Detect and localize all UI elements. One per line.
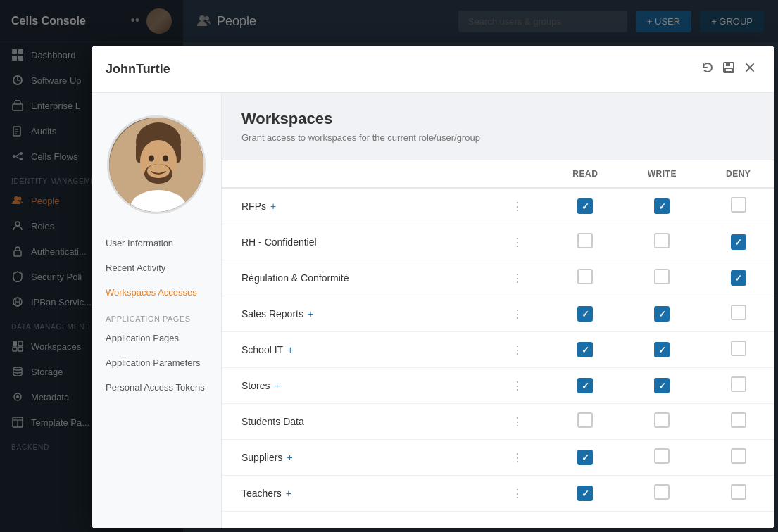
row-expand-icon[interactable]: + (287, 452, 292, 463)
checkbox-read-checked[interactable] (577, 306, 593, 322)
row-menu-icon[interactable]: ⋮ (508, 485, 527, 502)
row-menu-icon[interactable]: ⋮ (508, 413, 527, 431)
checkbox-read-checked[interactable] (577, 450, 593, 465)
checkbox-deny-unchecked[interactable] (731, 376, 746, 392)
checkbox-write-unchecked[interactable] (654, 484, 670, 500)
workspace-subtitle: Grant access to workspaces for the curre… (241, 132, 755, 143)
row-deny-cell[interactable] (702, 404, 774, 440)
checkbox-read-unchecked[interactable] (577, 269, 593, 284)
row-menu-cell[interactable]: ⋮ (487, 188, 549, 224)
checkbox-deny-unchecked[interactable] (731, 197, 746, 213)
row-deny-cell[interactable] (702, 260, 774, 296)
checkbox-write-unchecked[interactable] (654, 269, 670, 284)
checkbox-read-unchecked[interactable] (577, 233, 593, 248)
workspace-header: Workspaces Grant access to workspaces fo… (222, 93, 774, 160)
row-menu-cell[interactable]: ⋮ (487, 404, 549, 440)
nav-item-application-pages[interactable]: Application Pages (92, 326, 221, 350)
row-name: Suppliers + (241, 452, 482, 463)
checkbox-write-checked[interactable] (654, 378, 670, 393)
row-read-cell[interactable] (548, 368, 622, 404)
row-read-cell[interactable] (548, 476, 622, 512)
row-write-cell[interactable] (622, 404, 702, 440)
row-deny-cell[interactable] (702, 440, 774, 476)
row-menu-icon[interactable]: ⋮ (508, 377, 527, 395)
save-button[interactable] (718, 57, 739, 81)
row-expand-icon[interactable]: + (270, 201, 276, 212)
row-write-cell[interactable] (622, 260, 702, 296)
row-write-cell[interactable] (622, 296, 702, 332)
checkbox-deny-unchecked[interactable] (731, 484, 746, 500)
row-read-cell[interactable] (548, 404, 622, 440)
row-menu-icon[interactable]: ⋮ (508, 270, 527, 287)
checkbox-read-checked[interactable] (577, 198, 593, 214)
nav-item-personal-access-tokens[interactable]: Personal Access Tokens (92, 375, 221, 400)
checkbox-deny-checked[interactable] (731, 270, 746, 286)
row-read-cell[interactable] (548, 440, 622, 476)
row-deny-cell[interactable] (702, 332, 774, 368)
row-read-cell[interactable] (548, 296, 622, 332)
row-name: Stores + (241, 380, 482, 391)
row-expand-icon[interactable]: + (308, 308, 313, 319)
modal-header: JohnTurtle (92, 46, 774, 93)
row-menu-icon[interactable]: ⋮ (508, 341, 527, 359)
row-name-cell: Stores + (222, 368, 487, 404)
checkbox-read-checked[interactable] (577, 378, 593, 393)
row-write-cell[interactable] (622, 224, 702, 260)
table-row: RFPs +⋮ (222, 188, 774, 224)
close-button[interactable] (739, 57, 760, 81)
checkbox-deny-checked[interactable] (731, 234, 746, 250)
row-menu-cell[interactable]: ⋮ (487, 368, 549, 404)
checkbox-deny-unchecked[interactable] (731, 305, 746, 320)
checkbox-write-checked[interactable] (654, 306, 670, 322)
row-read-cell[interactable] (548, 224, 622, 260)
checkbox-write-unchecked[interactable] (654, 448, 670, 464)
nav-item-user-information[interactable]: User Information (92, 231, 221, 255)
row-menu-cell[interactable]: ⋮ (487, 332, 549, 368)
row-write-cell[interactable] (622, 368, 702, 404)
checkbox-write-checked[interactable] (654, 342, 670, 357)
row-write-cell[interactable] (622, 332, 702, 368)
row-menu-cell[interactable]: ⋮ (487, 476, 549, 512)
nav-item-recent-activity[interactable]: Recent Activity (92, 255, 221, 280)
row-read-cell[interactable] (548, 260, 622, 296)
nav-item-workspaces-accesses[interactable]: Workspaces Accesses (92, 280, 221, 305)
row-read-cell[interactable] (548, 188, 622, 224)
row-name: Teachers + (241, 488, 482, 499)
row-menu-icon[interactable]: ⋮ (508, 198, 527, 215)
row-deny-cell[interactable] (702, 476, 774, 512)
row-menu-cell[interactable]: ⋮ (487, 260, 549, 296)
row-expand-icon[interactable]: + (287, 344, 293, 355)
row-menu-icon[interactable]: ⋮ (508, 305, 527, 323)
row-deny-cell[interactable] (702, 188, 774, 224)
row-menu-icon[interactable]: ⋮ (508, 234, 527, 251)
undo-button[interactable] (697, 57, 718, 81)
row-menu-icon[interactable]: ⋮ (508, 449, 527, 467)
checkbox-read-checked[interactable] (577, 342, 593, 357)
nav-item-application-parameters[interactable]: Application Parameters (92, 350, 221, 375)
row-expand-icon[interactable]: + (274, 380, 280, 391)
row-write-cell[interactable] (622, 440, 702, 476)
row-expand-icon[interactable]: + (286, 488, 291, 499)
row-deny-cell[interactable] (702, 296, 774, 332)
row-menu-cell[interactable]: ⋮ (487, 224, 549, 260)
row-menu-cell[interactable]: ⋮ (487, 296, 549, 332)
checkbox-deny-unchecked[interactable] (731, 448, 746, 464)
user-photo-container (92, 101, 221, 231)
row-write-cell[interactable] (622, 476, 702, 512)
checkbox-write-unchecked[interactable] (654, 233, 670, 248)
checkbox-deny-unchecked[interactable] (731, 412, 746, 428)
row-menu-cell[interactable]: ⋮ (487, 440, 549, 476)
row-deny-cell[interactable] (702, 224, 774, 260)
row-write-cell[interactable] (622, 188, 702, 224)
checkbox-deny-unchecked[interactable] (731, 341, 746, 356)
row-name-cell: Sales Reports + (222, 296, 487, 332)
checkbox-write-checked[interactable] (654, 198, 670, 214)
checkbox-write-unchecked[interactable] (654, 412, 670, 428)
checkbox-read-checked[interactable] (577, 486, 593, 501)
row-read-cell[interactable] (548, 332, 622, 368)
permissions-table: READ WRITE DENY RFPs +⋮RH - Confidentiel… (222, 160, 774, 512)
checkbox-read-unchecked[interactable] (577, 412, 593, 428)
row-deny-cell[interactable] (702, 368, 774, 404)
user-modal: JohnTurtle (92, 46, 774, 528)
row-name-cell: Suppliers + (222, 440, 487, 476)
